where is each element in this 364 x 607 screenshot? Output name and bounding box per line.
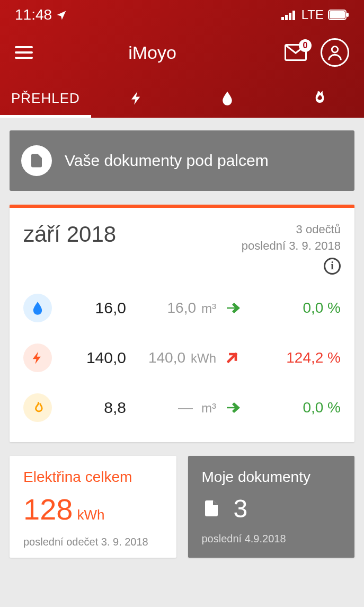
info-icon[interactable]: i <box>324 258 341 275</box>
documents-banner[interactable]: Vaše dokumenty pod palcem <box>10 130 354 191</box>
docs-card-sub: poslední 4.9.2018 <box>202 533 341 545</box>
status-time: 11:48 <box>15 6 52 23</box>
elec-card-unit: kWh <box>77 507 104 523</box>
svg-rect-6 <box>347 13 349 17</box>
svg-rect-0 <box>281 17 284 20</box>
summary-last-reading: poslední 3. 9. 2018 <box>242 238 341 254</box>
water-unit: m³ <box>201 301 216 316</box>
tab-overview-label: PŘEHLED <box>11 90 80 107</box>
svg-rect-1 <box>285 15 288 20</box>
water-drop-icon <box>219 89 235 107</box>
svg-rect-3 <box>292 11 295 20</box>
content-area: Vaše dokumenty pod palcem září 2018 3 od… <box>0 118 364 570</box>
my-documents-card[interactable]: Moje dokumenty 3 poslední 4.9.2018 <box>188 456 355 558</box>
status-bar: 11:48 LTE <box>0 0 364 28</box>
tab-electricity[interactable] <box>91 80 182 118</box>
water-value: 16,0 <box>52 299 126 317</box>
elec-card-sub: poslední odečet 3. 9. 2018 <box>23 536 163 548</box>
docs-card-title: Moje dokumenty <box>202 469 341 486</box>
app-title: iMoyo <box>20 42 285 63</box>
water-drop-icon <box>23 294 52 322</box>
water-pct: 0,0 % <box>248 300 341 316</box>
tab-overview[interactable]: PŘEHLED <box>0 80 91 118</box>
svg-rect-2 <box>289 13 291 20</box>
elec-value: 140,0 <box>52 349 126 367</box>
location-arrow-icon <box>56 10 67 20</box>
document-icon <box>202 497 221 520</box>
app-header: 11:48 LTE iMoyo 0 PŘEHLED <box>0 0 364 118</box>
trend-right-icon <box>216 300 248 316</box>
gas-value: 8,8 <box>52 399 126 417</box>
summary-meta: 3 odečtů poslední 3. 9. 2018 <box>242 222 341 254</box>
metric-row-electricity: 140,0 140,0kWh 124,2 % <box>23 333 341 383</box>
water-alt: 16,0 <box>167 300 197 316</box>
mail-badge: 0 <box>299 39 312 52</box>
elec-card-value: 128 <box>23 492 73 526</box>
elec-unit: kWh <box>191 351 216 366</box>
tab-gas[interactable] <box>273 80 364 118</box>
signal-bars-icon <box>281 10 297 20</box>
bolt-icon <box>23 344 52 372</box>
mail-button[interactable]: 0 <box>285 44 307 61</box>
elec-alt: 140,0 <box>148 349 185 366</box>
summary-month: září 2018 <box>23 222 116 247</box>
bottom-cards: Elektřina celkem 128 kWh poslední odečet… <box>10 456 354 558</box>
elec-pct: 124,2 % <box>248 349 341 366</box>
gas-pct: 0,0 % <box>248 399 341 416</box>
flame-icon <box>310 89 326 107</box>
bolt-icon <box>129 89 145 107</box>
electricity-total-card[interactable]: Elektřina celkem 128 kWh poslední odečet… <box>10 456 176 558</box>
flame-icon <box>23 393 52 422</box>
documents-banner-text: Vaše dokumenty pod palcem <box>65 152 269 170</box>
docs-card-count: 3 <box>234 494 248 523</box>
metric-row-gas: 8,8 —m³ 0,0 % <box>23 383 341 433</box>
trend-up-icon <box>216 350 248 365</box>
tab-water[interactable] <box>182 80 273 118</box>
battery-icon <box>328 10 349 20</box>
tab-bar: PŘEHLED <box>0 80 364 118</box>
trend-right-icon <box>216 400 248 416</box>
svg-rect-5 <box>330 11 345 19</box>
gas-unit: m³ <box>201 401 216 416</box>
document-icon <box>21 145 52 176</box>
metric-row-water: 16,0 16,0m³ 0,0 % <box>23 283 341 333</box>
svg-point-7 <box>332 47 338 52</box>
elec-card-title: Elektřina celkem <box>23 469 163 486</box>
summary-card[interactable]: září 2018 3 odečtů poslední 3. 9. 2018 i… <box>10 205 354 442</box>
summary-reading-count: 3 odečtů <box>242 222 341 238</box>
top-bar: iMoyo 0 <box>0 28 364 80</box>
profile-button[interactable] <box>321 38 349 67</box>
status-network: LTE <box>301 7 324 22</box>
gas-alt: — <box>178 399 193 416</box>
